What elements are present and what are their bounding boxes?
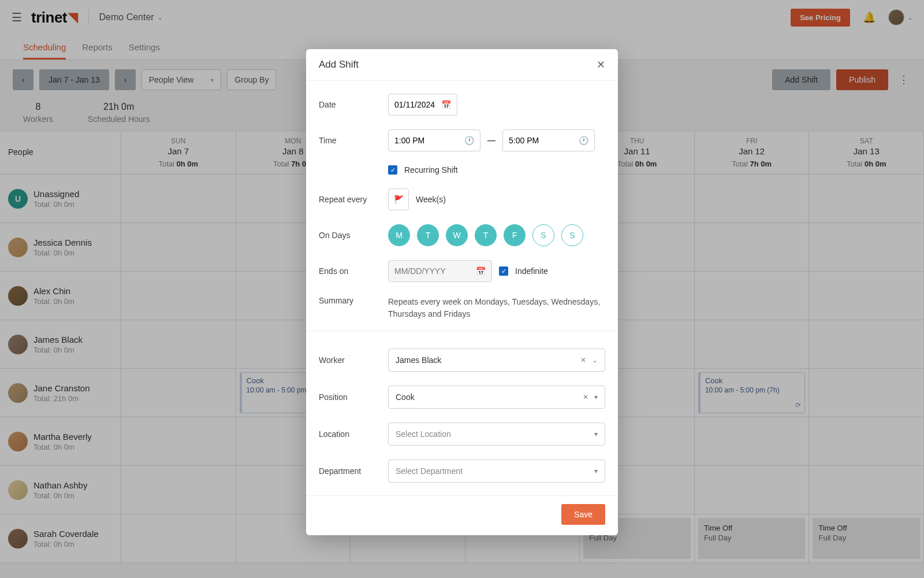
worker-label: Worker [319,355,388,365]
clear-icon[interactable]: ✕ [583,393,588,401]
repeat-value-input[interactable]: 🚩 [388,188,409,210]
chevron-down-icon: ▾ [594,393,598,401]
summary-text: Repeats every week on Mondays, Tuesdays,… [388,296,605,320]
close-icon[interactable]: ✕ [597,58,605,71]
dash-icon: — [487,136,495,145]
day-chip-mon[interactable]: M [388,224,410,246]
day-chip-thu[interactable]: T [475,224,497,246]
indefinite-checkbox[interactable]: ✓ [499,266,508,276]
day-chip-tue[interactable]: T [417,224,439,246]
flag-icon: 🚩 [394,195,404,204]
save-button[interactable]: Save [561,504,605,525]
location-select[interactable]: Select Location ▾ [388,423,605,446]
chevron-down-icon: ▾ [594,430,598,438]
position-value: Cook [396,392,415,402]
department-label: Department [319,466,388,476]
recurring-label: Recurring Shift [404,165,458,175]
time-label: Time [319,136,388,145]
calendar-icon: 📅 [441,100,451,109]
indefinite-label: Indefinite [515,266,548,276]
chevron-down-icon: ⌄ [592,356,598,364]
time-end-input[interactable]: 🕐 [502,129,595,151]
clear-icon[interactable]: ✕ [580,356,586,364]
ends-on-input: 📅 [388,260,492,282]
time-end-field[interactable] [509,136,574,145]
modal-overlay: Add Shift ✕ Date 📅 Time 🕐 [0,0,924,578]
location-label: Location [319,429,388,439]
clock-icon: 🕐 [464,136,474,145]
position-label: Position [319,392,388,402]
recurring-checkbox[interactable]: ✓ [388,165,397,175]
add-shift-modal: Add Shift ✕ Date 📅 Time 🕐 [306,49,618,535]
clock-icon: 🕐 [579,136,588,145]
worker-select[interactable]: James Black ✕⌄ [388,349,605,372]
ends-on-field [394,266,471,276]
position-select[interactable]: Cook ✕▾ [388,386,605,409]
on-days-label: On Days [319,231,388,240]
date-input[interactable]: 📅 [388,94,457,116]
repeat-unit-label: Week(s) [416,195,446,204]
location-placeholder: Select Location [396,429,451,439]
date-field[interactable] [394,100,437,109]
day-chip-fri[interactable]: F [504,224,526,246]
summary-label: Summary [319,296,388,305]
date-label: Date [319,100,388,109]
day-chip-wed[interactable]: W [446,224,468,246]
time-start-field[interactable] [394,136,460,145]
department-placeholder: Select Department [396,466,463,476]
chevron-down-icon: ▾ [594,467,598,475]
department-select[interactable]: Select Department ▾ [388,460,605,483]
worker-value: James Black [396,355,441,365]
repeat-label: Repeat every [319,195,388,204]
modal-title: Add Shift [319,59,359,71]
calendar-icon: 📅 [476,266,486,276]
day-chip-sat[interactable]: S [532,224,554,246]
day-chip-sun[interactable]: S [561,224,583,246]
ends-on-label: Ends on [319,266,388,276]
time-start-input[interactable]: 🕐 [388,129,480,151]
